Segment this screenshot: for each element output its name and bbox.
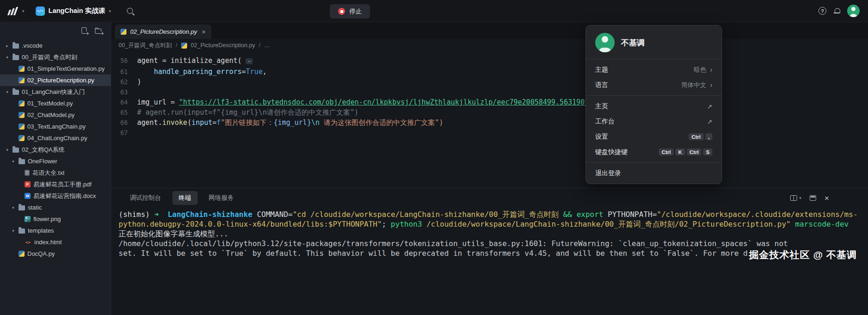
code-token: \n bbox=[311, 118, 320, 127]
editor-group: 02_PictureDescription.py × 00_开篇词_奇点时刻/0… bbox=[111, 22, 868, 188]
folder-icon bbox=[19, 205, 25, 210]
tree-item[interactable]: DocQA.py bbox=[0, 248, 111, 259]
help-icon[interactable]: ? bbox=[818, 7, 826, 15]
user-avatar[interactable] bbox=[847, 5, 860, 17]
tree-item[interactable]: index.html bbox=[0, 236, 111, 248]
python-icon bbox=[19, 124, 25, 130]
terminal-output[interactable]: (shims) ➜ LangChain-shizhanke COMMAND="c… bbox=[111, 208, 868, 315]
external-link-icon: ↗ bbox=[707, 118, 712, 125]
folder-icon bbox=[19, 159, 25, 164]
tree-item[interactable]: ▾00_开篇词_奇点时刻 bbox=[0, 51, 111, 63]
project-switcher[interactable]: LangChain 实战课 ▾ bbox=[36, 6, 111, 16]
bell-icon[interactable] bbox=[834, 8, 840, 14]
close-panel-icon[interactable]: × bbox=[824, 194, 829, 202]
app-logo-icon[interactable] bbox=[8, 7, 17, 15]
chevron-down-icon[interactable]: ▾ bbox=[22, 9, 25, 13]
txt-icon bbox=[25, 170, 30, 176]
menu-item-theme[interactable]: 主题暗色› bbox=[586, 62, 722, 77]
menu-item-home[interactable]: 主页↗ bbox=[586, 99, 722, 114]
tree-item[interactable]: 易速鲜花员工手册.pdf bbox=[0, 179, 111, 190]
file-name: flower.png bbox=[33, 216, 61, 222]
tree-item[interactable]: 03_TextLangChain.py bbox=[0, 121, 111, 132]
topbar: ▾ LangChain 实战课 ▾ 停止 ? bbox=[0, 0, 868, 22]
menu-item-extra: ↗ bbox=[707, 118, 712, 125]
code-line: 63 bbox=[111, 87, 868, 97]
terminal-token: marscode-dev bbox=[791, 220, 849, 229]
panel-tab[interactable]: 终端 bbox=[172, 191, 198, 205]
close-icon[interactable]: × bbox=[202, 28, 206, 35]
panel-tab[interactable]: 调试控制台 bbox=[123, 191, 168, 205]
main-area: 02_PictureDescription.py × 00_开篇词_奇点时刻/0… bbox=[111, 22, 868, 315]
code-editor[interactable]: 56agent = initialize_agent(⋯61 handle_pa… bbox=[111, 52, 868, 188]
file-name: index.html bbox=[34, 239, 62, 246]
tree-item[interactable]: ▾templates bbox=[0, 225, 111, 236]
code-line: 65# agent.run(input=f"{img_url}\n请创作合适的中… bbox=[111, 107, 868, 117]
code-token: ⋯ bbox=[245, 58, 253, 64]
code-line: 66agent.invoke(input=f"图片链接如下：{img_url}\… bbox=[111, 117, 868, 128]
panel-tab[interactable]: 网络服务 bbox=[202, 191, 240, 205]
tree-item[interactable]: 02_ChatModel.py bbox=[0, 109, 111, 121]
file-explorer: ▸.vscode▾00_开篇词_奇点时刻01_SimpleTextGenerat… bbox=[0, 22, 111, 315]
menu-item-extra: 暗色› bbox=[694, 66, 712, 74]
menu-item-logout[interactable]: 退出登录 bbox=[586, 166, 722, 181]
breadcrumb-separator: / bbox=[259, 42, 260, 49]
menu-item-language[interactable]: 语言简体中文› bbox=[586, 77, 722, 93]
chevron-down-icon: ▾ bbox=[799, 196, 802, 200]
tree-item[interactable]: ▾01_LangChain快速入门 bbox=[0, 86, 111, 98]
external-link-icon: ↗ bbox=[707, 103, 712, 110]
code-token: {img_url} bbox=[274, 118, 311, 127]
stop-button[interactable]: 停止 bbox=[330, 4, 370, 19]
code-text: agent.invoke(input=f"图片链接如下：{img_url}\n … bbox=[137, 117, 868, 128]
kbd-key: S bbox=[703, 148, 712, 155]
python-icon bbox=[19, 251, 25, 257]
code-token bbox=[137, 68, 154, 76]
editor-tab-title: 02_PictureDescription.py bbox=[130, 28, 197, 35]
file-name: 04_ChatLongChain.py bbox=[27, 135, 87, 142]
python-icon bbox=[19, 112, 25, 118]
code-token: invoke bbox=[162, 118, 187, 127]
line-number: 67 bbox=[111, 128, 137, 138]
tree-item[interactable]: flower.png bbox=[0, 213, 111, 225]
file-name: 易速鲜花运营指南.docx bbox=[33, 192, 96, 200]
terminal-token: ; bbox=[382, 220, 390, 229]
tree-item[interactable]: 04_ChatLongChain.py bbox=[0, 132, 111, 144]
editor-tabbar: 02_PictureDescription.py × bbox=[111, 22, 868, 39]
tree-item[interactable]: ▾OneFlower bbox=[0, 155, 111, 167]
menu-item-extra: 简体中文› bbox=[681, 81, 712, 89]
breadcrumb-item[interactable]: 02_PictureDescription.py bbox=[191, 42, 255, 49]
tree-item[interactable]: ▸.vscode bbox=[0, 40, 111, 51]
breadcrumb-item[interactable]: 00_开篇词_奇点时刻 bbox=[119, 42, 172, 49]
tree-item[interactable]: 02_PictureDescription.py bbox=[0, 74, 111, 86]
menu-item-settings[interactable]: 设置Ctrl, bbox=[586, 129, 722, 144]
maximize-panel-icon[interactable] bbox=[810, 195, 816, 201]
menu-item-keyboard-shortcuts[interactable]: 键盘快捷键CtrlKCtrlS bbox=[586, 144, 722, 160]
file-name: .vscode bbox=[22, 42, 43, 49]
tree-item[interactable]: 易速鲜花运营指南.docx bbox=[0, 190, 111, 202]
split-terminal-button[interactable]: ▾ bbox=[790, 195, 802, 201]
folder-icon bbox=[13, 55, 19, 60]
menu-item-label: 键盘快捷键 bbox=[595, 148, 657, 156]
code-text bbox=[137, 128, 868, 138]
tree-item[interactable]: ▾02_文档QA系统 bbox=[0, 144, 111, 155]
file-name: 易速鲜花员工手册.pdf bbox=[33, 180, 92, 189]
code-text: # agent.run(input=f"{img_url}\n请创作合适的中文推… bbox=[137, 107, 868, 117]
new-file-icon[interactable] bbox=[82, 27, 87, 34]
watermark: 掘金技术社区 @ 不基调 bbox=[749, 248, 857, 261]
tree-item[interactable]: ▾static bbox=[0, 202, 111, 213]
chevron-right-icon: ▸ bbox=[5, 43, 10, 48]
terminal-line: 正在初始化图像字幕生成模型... bbox=[119, 229, 861, 239]
code-token: f bbox=[217, 118, 221, 127]
file-name: templates bbox=[28, 227, 54, 234]
tree-item[interactable]: 01_SimpleTextGeneration.py bbox=[0, 63, 111, 74]
menu-item-workbench[interactable]: 工作台↗ bbox=[586, 114, 722, 129]
search-icon[interactable] bbox=[127, 8, 133, 14]
breadcrumb-item[interactable]: … bbox=[264, 42, 270, 49]
tree-item[interactable]: 花语大全.txt bbox=[0, 167, 111, 179]
new-folder-icon[interactable] bbox=[95, 29, 101, 34]
editor-tab[interactable]: 02_PictureDescription.py × bbox=[115, 25, 211, 39]
tree-item[interactable]: 01_TextModel.py bbox=[0, 98, 111, 109]
python-icon bbox=[19, 100, 25, 106]
kbd-key: K bbox=[675, 148, 685, 155]
code-line: 64img_url = "https://lf3-static.bytednsd… bbox=[111, 97, 868, 107]
code-token: = bbox=[242, 68, 246, 76]
